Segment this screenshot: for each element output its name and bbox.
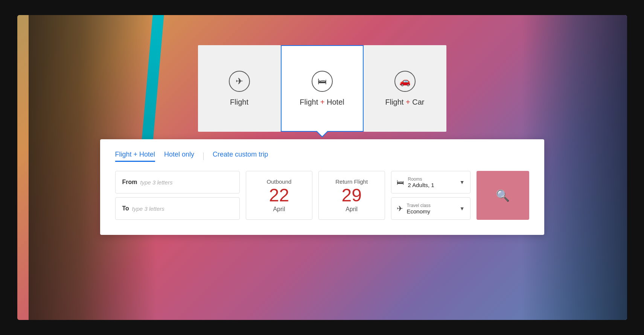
search-tab-flight-hotel[interactable]: Flight + Hotel [115,151,155,162]
return-date-picker[interactable]: Return Flight 29 April [318,171,385,220]
from-field[interactable]: From type 3 letters [115,171,240,193]
outbound-month: April [273,206,285,213]
flight-icon-circle: ✈ [229,71,250,92]
tab-flight-car[interactable]: 🚗 Flight + Car [364,45,446,132]
outbound-day: 22 [269,186,289,204]
content-overlay: ✈ Flight 🛏 Flight + Hotel 🚗 Flight + Car [17,15,627,320]
outbound-date-picker[interactable]: Outbound 22 April [246,171,312,220]
return-label: Return Flight [335,178,368,185]
return-day: 29 [341,186,361,204]
search-subtabs: Flight + Hotel Hotel only Create custom … [115,151,529,162]
from-placeholder: type 3 letters [140,179,173,186]
plane-icon: ✈ [236,76,243,87]
travel-type-selector: ✈ Flight 🛏 Flight + Hotel 🚗 Flight + Car [198,45,446,132]
bed-rooms-icon: 🛏 [397,178,404,187]
rooms-value: 2 Adults, 1 [408,182,456,188]
travel-class-value: Economy [407,208,456,215]
from-label: From [122,179,137,186]
to-field[interactable]: To type 3 letters [115,197,240,220]
car-icon-circle: 🚗 [394,71,416,92]
return-month: April [346,206,358,213]
rooms-selector[interactable]: 🛏 Rooms 2 Adults, 1 ▼ [391,171,470,193]
search-fields-row: From type 3 letters To type 3 letters Ou… [115,171,529,220]
rooms-text: Rooms 2 Adults, 1 [408,177,456,188]
plane-class-icon: ✈ [397,204,403,213]
bed-icon: 🛏 [318,76,327,87]
flight-hotel-tab-label: Flight + Hotel [300,98,344,107]
flight-tab-label: Flight [230,98,248,107]
tab-divider [203,152,204,160]
to-placeholder: type 3 letters [132,206,164,212]
rooms-chevron-icon: ▼ [460,179,465,185]
outbound-label: Outbound [266,178,291,185]
travel-class-text: Travel class Economy [407,203,456,215]
tab-flight[interactable]: ✈ Flight [198,45,281,132]
hero-container: ✈ Flight 🛏 Flight + Hotel 🚗 Flight + Car [17,15,627,320]
hotel-icon-circle: 🛏 [312,71,333,92]
search-tab-hotel-only[interactable]: Hotel only [164,151,194,162]
tab-flight-hotel[interactable]: 🛏 Flight + Hotel [281,45,364,132]
travel-class-selector[interactable]: ✈ Travel class Economy ▼ [391,197,470,220]
search-button[interactable]: 🔍 [477,171,529,220]
search-panel: Flight + Hotel Hotel only Create custom … [100,139,544,235]
rooms-sublabel: Rooms [408,177,456,182]
to-label: To [122,205,129,212]
search-magnifier-icon: 🔍 [496,189,510,202]
search-tab-custom-trip[interactable]: Create custom trip [213,151,268,162]
travel-class-sublabel: Travel class [407,203,456,208]
flight-car-tab-label: Flight + Car [385,98,425,107]
from-to-group: From type 3 letters To type 3 letters [115,171,240,220]
travel-class-chevron-icon: ▼ [460,206,465,212]
options-group: 🛏 Rooms 2 Adults, 1 ▼ ✈ Travel class [391,171,470,220]
car-icon: 🚗 [399,76,411,87]
